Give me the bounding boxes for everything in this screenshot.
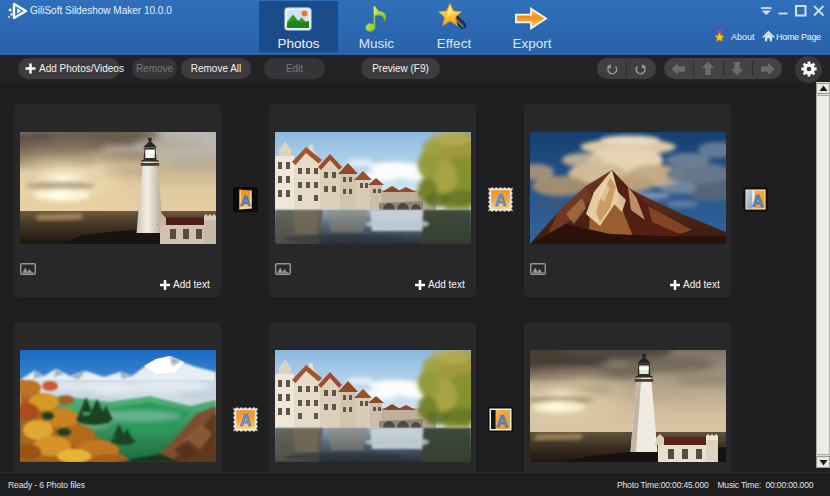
svg-text:A: A: [495, 192, 507, 209]
svg-text:A: A: [240, 412, 252, 429]
svg-text:A: A: [240, 192, 251, 209]
svg-text:A: A: [752, 193, 764, 210]
svg-text:A: A: [496, 413, 508, 430]
